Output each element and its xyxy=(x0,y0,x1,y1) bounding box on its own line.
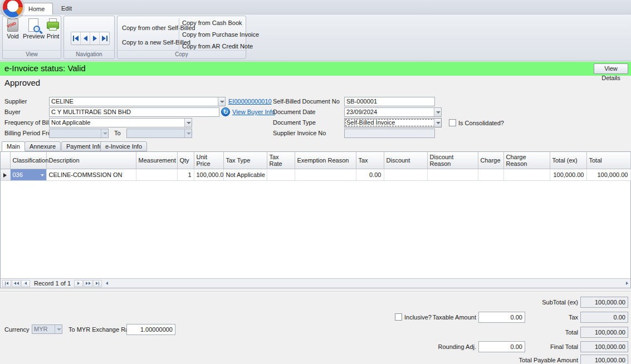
previous-record-icon[interactable] xyxy=(81,32,90,45)
rounding-adj-input[interactable]: 0.00 xyxy=(478,341,525,352)
column-header-exemption-reason[interactable]: Exemption Reason xyxy=(295,152,356,169)
column-header-total-ex[interactable]: Total (ex) xyxy=(550,152,586,169)
first-record-icon[interactable] xyxy=(2,280,11,287)
ribbon-tab-edit[interactable]: Edit xyxy=(53,3,80,14)
is-consolidated-checkbox[interactable] xyxy=(449,119,456,126)
view-buyer-info-link[interactable]: View Buyer Info xyxy=(232,108,275,116)
billing-period-to-combo xyxy=(126,129,192,138)
supplier-invoice-no-label: Supplier Invoice No xyxy=(273,129,326,138)
void-stamp-document-icon: VOID xyxy=(7,18,18,32)
cell-discount[interactable] xyxy=(384,169,427,181)
copy-from-purchase-invoice-button[interactable]: Copy from Purchase Invoice xyxy=(180,29,261,40)
document-magnifier-icon xyxy=(28,18,38,32)
chevron-down-icon[interactable] xyxy=(184,119,192,127)
is-consolidated-label: Is Consolidated? xyxy=(458,119,504,128)
total-value: 100,000.00 xyxy=(580,327,628,338)
taxable-amount-label: Taxable Amount xyxy=(433,312,476,323)
tax-label: Tax xyxy=(569,312,578,323)
record-count-text: Record 1 of 1 xyxy=(34,280,71,287)
previous-page-icon[interactable] xyxy=(12,280,21,287)
column-header-classification[interactable]: Classification xyxy=(10,152,46,169)
ribbon-group-navigation-caption: Navigation xyxy=(64,50,114,58)
print-button-label: Print xyxy=(44,33,62,40)
einvoice-number-link[interactable]: EI00000000010 xyxy=(228,97,272,106)
column-header-description[interactable]: Description xyxy=(46,152,136,169)
previous-record-icon[interactable] xyxy=(21,280,30,287)
scroll-left-icon[interactable] xyxy=(106,282,108,285)
billing-period-from-label: Billing Period From xyxy=(4,129,56,138)
cell-discount-reason[interactable] xyxy=(427,169,478,181)
frequency-of-billing-combo[interactable]: Not Applicable xyxy=(49,118,192,127)
ribbon: VOID Void Preview Print View Navigation … xyxy=(0,14,631,61)
preview-button[interactable]: Preview xyxy=(23,18,44,40)
last-record-icon[interactable] xyxy=(100,32,109,45)
selfbilled-doc-no-input[interactable]: SB-000001 xyxy=(344,97,435,106)
document-date-combo[interactable]: 23/09/2024 xyxy=(344,107,442,117)
cell-classification[interactable]: 036 xyxy=(10,169,46,181)
cell-measurement[interactable] xyxy=(136,169,177,181)
scroll-right-icon[interactable] xyxy=(626,282,628,285)
chevron-down-icon xyxy=(184,129,192,137)
printer-icon xyxy=(47,18,59,32)
cell-total[interactable]: 100,000.00 xyxy=(586,169,630,181)
refresh-circular-arrows-icon[interactable]: ↻ xyxy=(221,107,230,116)
buyer-input[interactable]: C Y MULTITRADE SDN BHD xyxy=(49,107,219,117)
record-navigator: Record 1 of 1 xyxy=(1,278,630,288)
cell-charge-reason[interactable] xyxy=(503,169,550,181)
column-header-qty[interactable]: Qty xyxy=(177,152,194,169)
column-header-unit-price[interactable]: Unit Price xyxy=(194,152,223,169)
column-header-discount-reason[interactable]: Discount Reason xyxy=(427,152,478,169)
void-button[interactable]: VOID Void xyxy=(4,18,22,40)
cell-tax-type[interactable]: Not Applicable xyxy=(223,169,267,181)
tab-main[interactable]: Main xyxy=(2,141,25,151)
line-items-grid: Classification Description Measurement Q… xyxy=(0,151,631,288)
cell-total-ex[interactable]: 100,000.00 xyxy=(550,169,586,181)
subtotal-value: 100,000.00 xyxy=(580,297,628,308)
row-indicator-header xyxy=(1,152,10,169)
column-header-total[interactable]: Total xyxy=(586,152,630,169)
next-record-icon[interactable] xyxy=(90,32,100,45)
column-header-charge[interactable]: Charge xyxy=(478,152,503,169)
ribbon-group-navigation: Navigation xyxy=(63,16,115,59)
supplier-combo[interactable]: CELINE xyxy=(49,97,226,106)
inclusive-checkbox[interactable] xyxy=(395,313,402,321)
taxable-amount-input[interactable]: 0.00 xyxy=(478,312,525,323)
document-type-combo[interactable]: Self-Billed Invoice xyxy=(344,118,442,127)
tab-einvoice-info[interactable]: e-Invoice Info xyxy=(100,141,147,151)
cell-unit-price[interactable]: 100,000.00 xyxy=(194,169,223,181)
column-header-tax[interactable]: Tax xyxy=(356,152,384,169)
column-header-discount[interactable]: Discount xyxy=(384,152,427,169)
final-total-value: 100,000.00 xyxy=(580,341,628,352)
chevron-down-icon[interactable] xyxy=(434,108,441,116)
next-record-icon[interactable] xyxy=(74,280,83,287)
last-record-icon[interactable] xyxy=(93,280,102,287)
einvoice-status-text: e-Invoice status: Valid xyxy=(4,63,86,73)
document-type-label: Document Type xyxy=(273,118,316,127)
detail-tabs: Main Annexure Payment Info e-Invoice Inf… xyxy=(0,141,631,151)
column-header-measurement[interactable]: Measurement xyxy=(136,152,177,169)
cell-qty[interactable]: 1 xyxy=(177,169,194,181)
exchange-rate-input[interactable]: 1.00000000 xyxy=(126,324,175,335)
column-header-charge-reason[interactable]: Charge Reason xyxy=(503,152,550,169)
column-header-tax-rate[interactable]: Tax Rate xyxy=(267,152,295,169)
einvoice-status-bar: e-Invoice status: Valid View Details xyxy=(0,62,631,76)
cell-charge[interactable] xyxy=(478,169,503,181)
cell-exemption-reason[interactable] xyxy=(295,169,356,181)
print-button[interactable]: Print xyxy=(44,18,62,40)
supplier-invoice-no-input[interactable] xyxy=(344,129,435,138)
chevron-down-icon[interactable] xyxy=(434,119,441,127)
cell-tax-rate[interactable] xyxy=(267,169,295,181)
tab-annexure[interactable]: Annexure xyxy=(25,141,61,151)
subtotal-label: SubTotal (ex) xyxy=(542,297,578,308)
next-page-icon[interactable] xyxy=(84,280,92,287)
column-header-tax-type[interactable]: Tax Type xyxy=(223,152,267,169)
view-details-button[interactable]: View Details xyxy=(594,63,628,74)
first-record-icon[interactable] xyxy=(71,32,81,45)
copy-from-cash-book-button[interactable]: Copy from Cash Book xyxy=(180,18,244,28)
cell-tax[interactable]: 0.00 xyxy=(356,169,384,181)
currency-label: Currency xyxy=(4,325,30,335)
cell-description[interactable]: CELINE-COMMSSION ON xyxy=(46,169,136,181)
inclusive-label: Inclusive? xyxy=(404,313,432,322)
chevron-down-icon[interactable] xyxy=(218,97,225,106)
ribbon-tab-home[interactable]: Home xyxy=(20,3,53,14)
